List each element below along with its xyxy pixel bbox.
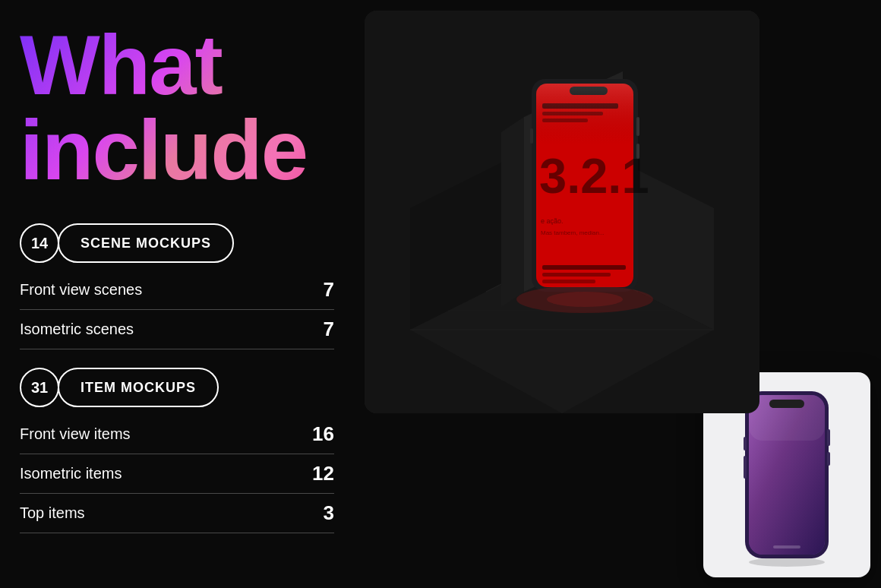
stat-label: Front view items [20, 425, 131, 443]
svg-rect-22 [542, 280, 595, 283]
svg-rect-28 [536, 84, 633, 144]
stat-label: Isometric items [20, 465, 122, 482]
item-mockups-number: 31 [20, 368, 59, 407]
stat-value: 3 [324, 501, 334, 525]
stat-label: Isometric scenes [20, 321, 134, 338]
stat-front-view-scenes: Front view scenes 7 [20, 270, 334, 310]
scene-mockups-label: SCENE MOCKUPS [58, 223, 234, 263]
stat-label: Top items [20, 504, 85, 522]
svg-rect-21 [542, 273, 611, 277]
stat-front-view-items: Front view items 16 [20, 415, 334, 454]
stat-value: 7 [324, 318, 334, 341]
svg-rect-25 [530, 128, 533, 144]
scene-mockups-badge-row: 14 SCENE MOCKUPS [20, 223, 334, 263]
svg-point-27 [547, 292, 623, 307]
svg-rect-34 [827, 429, 830, 446]
stat-value: 12 [312, 462, 334, 485]
svg-rect-38 [749, 395, 825, 441]
svg-rect-36 [744, 437, 747, 450]
stat-value: 7 [324, 278, 334, 302]
svg-rect-20 [542, 265, 626, 270]
svg-rect-23 [636, 117, 639, 136]
svg-marker-10 [501, 117, 524, 307]
svg-rect-35 [827, 452, 830, 466]
main-mockup-card: 3.2.1 e ação. Mas tambem, median... [365, 11, 759, 413]
svg-rect-24 [636, 144, 639, 159]
stat-value: 16 [312, 422, 334, 446]
svg-text:e ação.: e ação. [541, 217, 564, 225]
left-panel: Whatinclude 14 SCENE MOCKUPS Front view … [0, 0, 357, 588]
stat-isometric-scenes: Isometric scenes 7 [20, 310, 334, 349]
stat-label: Front view scenes [20, 281, 142, 299]
right-panel: 3.2.1 e ação. Mas tambem, median... [357, 0, 881, 588]
svg-rect-37 [744, 456, 747, 479]
stat-top-items: Top items 3 [20, 494, 334, 533]
item-mockups-label: ITEM MOCKUPS [58, 368, 219, 407]
svg-text:3.2.1: 3.2.1 [539, 148, 649, 204]
svg-rect-39 [773, 545, 800, 548]
item-mockups-badge-row: 31 ITEM MOCKUPS [20, 368, 334, 407]
svg-point-40 [749, 558, 825, 567]
stat-isometric-items: Isometric items 12 [20, 454, 334, 494]
headline: Whatinclude [20, 23, 334, 193]
scene-mockups-number: 14 [20, 223, 59, 263]
svg-text:Mas tambem, median...: Mas tambem, median... [541, 229, 605, 236]
